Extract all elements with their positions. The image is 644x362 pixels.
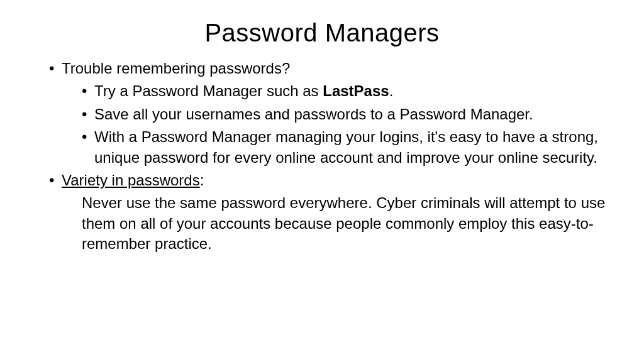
bullet-trouble-remembering: Trouble remembering passwords? Try a Pas…: [50, 58, 606, 168]
sub-bullet-strong-unique: With a Password Manager managing your lo…: [83, 127, 606, 168]
text-prefix: Try a Password Manager such as: [94, 82, 323, 99]
text-underline-variety: Variety in passwords: [62, 172, 200, 189]
bullet-variety-passwords: Variety in passwords:: [50, 170, 606, 190]
text-bold-lastpass: LastPass: [323, 82, 389, 99]
bullet-text: Trouble remembering passwords?: [62, 60, 290, 77]
text-suffix: .: [389, 82, 394, 99]
text-colon: :: [200, 172, 204, 189]
main-bullet-list: Trouble remembering passwords? Try a Pas…: [38, 58, 606, 190]
bullet-text: Save all your usernames and passwords to…: [94, 106, 533, 123]
slide-title: Password Managers: [38, 19, 606, 47]
sub-bullet-save-all: Save all your usernames and passwords to…: [83, 104, 606, 124]
bullet-text: With a Password Manager managing your lo…: [94, 128, 598, 165]
sub-bullet-list: Try a Password Manager such as LastPass.…: [62, 81, 606, 168]
sub-bullet-lastpass: Try a Password Manager such as LastPass.: [83, 81, 606, 101]
paragraph-never-reuse: Never use the same password everywhere. …: [38, 193, 606, 254]
